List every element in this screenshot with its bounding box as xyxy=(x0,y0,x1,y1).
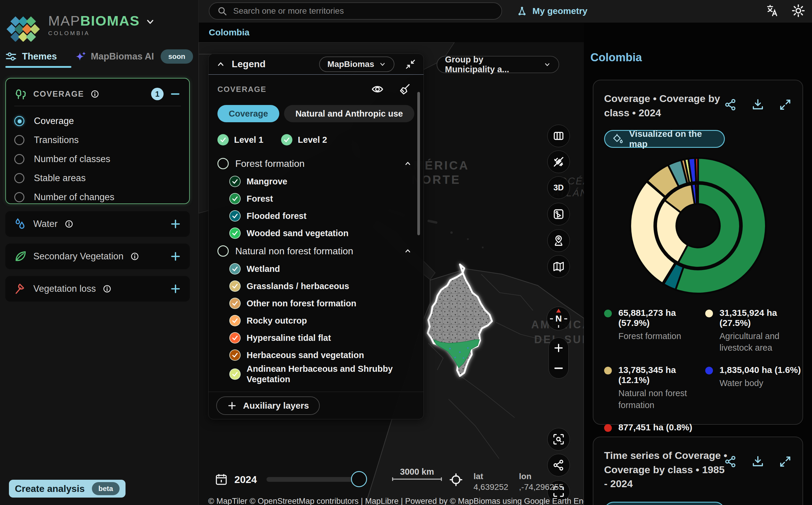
legend-item-flooded-forest[interactable]: Flooded forest xyxy=(217,207,415,224)
sidebar: MAPBIOMAS COLOMBIA Themes MapBiomas AI s… xyxy=(0,0,199,505)
info-icon[interactable] xyxy=(130,251,140,261)
chevron-down-icon[interactable] xyxy=(145,17,155,27)
coverage-option-transitions[interactable]: Transitions xyxy=(14,131,181,150)
legend-item-wooded-sand-vegetation[interactable]: Wooded sand vegetation xyxy=(217,224,415,242)
basemap-button[interactable] xyxy=(547,255,570,278)
legend-item-rocky-outcrop[interactable]: Rocky outcrop xyxy=(217,312,415,329)
chevron-up-icon[interactable] xyxy=(216,60,225,69)
info-icon[interactable] xyxy=(90,89,100,99)
paintbrush-icon[interactable] xyxy=(398,83,411,96)
translate-icon[interactable] xyxy=(766,4,779,17)
scrollbar[interactable] xyxy=(417,92,420,235)
mosaic-toggle-button[interactable] xyxy=(547,151,570,173)
compass-control[interactable]: N xyxy=(547,307,571,330)
chevron-up-icon[interactable] xyxy=(404,160,412,167)
checkbox-checked-icon[interactable] xyxy=(229,368,240,380)
zoom-out-button[interactable] xyxy=(549,359,569,377)
checkbox-checked-icon[interactable] xyxy=(229,210,240,221)
checkbox-checked-icon[interactable] xyxy=(229,281,240,292)
logo-biomas: BIOMAS xyxy=(80,13,140,28)
donut-segment-non-vegetated-area[interactable] xyxy=(695,158,698,182)
legend-item-hypersaline-tidal-flat[interactable]: Hypersaline tidal flat xyxy=(217,329,415,346)
plus-icon[interactable] xyxy=(170,283,181,295)
year-slider-handle[interactable] xyxy=(351,471,367,487)
legend-item-forest[interactable]: Forest xyxy=(217,190,415,207)
timelapse-button[interactable] xyxy=(547,203,570,225)
legend-group-natural-non-forest-formation[interactable]: Natural non forest formation xyxy=(217,242,415,260)
year-label: 2024 xyxy=(234,474,257,485)
chevron-up-icon[interactable] xyxy=(404,247,412,255)
checkbox-checked-icon[interactable] xyxy=(229,176,240,187)
zoom-in-button[interactable] xyxy=(549,339,569,357)
tab-coverage[interactable]: Coverage xyxy=(217,105,279,122)
checkbox-checked-icon[interactable] xyxy=(229,332,240,343)
legend-item-other-non-forest-formation[interactable]: Other non forest formation xyxy=(217,295,415,312)
territory-search[interactable] xyxy=(209,2,502,20)
plus-icon[interactable] xyxy=(170,250,181,262)
share-icon[interactable] xyxy=(724,98,737,111)
legend-title: Legend xyxy=(232,58,266,69)
create-analysis-button[interactable]: Create analysis beta xyxy=(9,480,126,498)
logo[interactable]: MAPBIOMAS COLOMBIA xyxy=(7,5,155,42)
checkbox-checked-icon[interactable] xyxy=(229,298,240,309)
3d-view-button[interactable]: 3D xyxy=(547,176,570,199)
layer-card-water[interactable]: Water xyxy=(5,211,190,237)
group-by-dropdown[interactable]: Group by Municipality a... xyxy=(437,56,559,73)
tab-natural-anthropic[interactable]: Natural and Anthropic use xyxy=(284,105,414,122)
legend-group-forest-formation[interactable]: Forest formation xyxy=(217,154,415,173)
layer-card-secondary-vegetation[interactable]: Secondary Vegetation xyxy=(5,243,190,269)
tab-themes[interactable]: Themes xyxy=(5,51,57,62)
coverage-option-coverage[interactable]: Coverage xyxy=(14,112,181,131)
legend-dot-icon xyxy=(604,424,612,432)
coverage-option-stable-areas[interactable]: Stable areas xyxy=(14,169,181,188)
auxiliary-layers-button[interactable]: Auxiliary layers xyxy=(216,396,320,415)
plus-icon[interactable] xyxy=(170,218,181,230)
expand-icon[interactable] xyxy=(779,98,792,111)
map-canvas[interactable]: AMÉRICA NORTE OCÉANO ATLÁNTICO AMERICA D… xyxy=(199,42,584,505)
search-input[interactable] xyxy=(232,6,494,16)
zoom-to-area-button[interactable] xyxy=(547,428,570,451)
legend-source-dropdown[interactable]: MapBiomas xyxy=(319,56,394,72)
legend-item-herbaceous-sand-vegetation[interactable]: Herbaceous sand vegetation xyxy=(217,346,415,364)
split-view-button[interactable] xyxy=(547,125,570,147)
legend-item-andinean-herbaceous-and-shrubby-vegetation[interactable]: Andinean Herbaceous and Shrubby Vegetati… xyxy=(217,364,415,384)
coverage-option-number-of-changes[interactable]: Number of changes xyxy=(14,188,181,207)
eye-icon[interactable] xyxy=(371,83,384,96)
map-attribution: © MapTiler © OpenStreetMap contributors … xyxy=(208,497,584,505)
download-icon[interactable] xyxy=(751,98,765,111)
time-series-title: Time series of Coverage • Coverage by cl… xyxy=(604,449,729,491)
info-icon[interactable] xyxy=(64,219,74,229)
my-geometry-button[interactable]: My geometry xyxy=(516,4,588,18)
legend-item-grasslands-herbaceous[interactable]: Grasslands / herbaceous xyxy=(217,278,415,295)
year-slider[interactable] xyxy=(267,477,359,482)
checkbox-checked-icon[interactable] xyxy=(229,263,240,275)
checkbox-checked-icon[interactable] xyxy=(229,227,240,239)
calendar-icon xyxy=(215,473,228,486)
checkbox-checked-icon[interactable] xyxy=(229,193,240,204)
expand-icon[interactable] xyxy=(779,455,792,468)
zoom-control xyxy=(548,338,569,379)
donut-segment-non-vegetated-area[interactable] xyxy=(696,184,698,204)
visualized-on-map-button[interactable]: Visualized on the map xyxy=(604,130,725,148)
breadcrumb[interactable]: Colombia xyxy=(209,27,250,37)
legend-item-mangrove[interactable]: Mangrove xyxy=(217,173,415,190)
share-icon[interactable] xyxy=(724,455,737,468)
download-icon[interactable] xyxy=(751,455,765,468)
tab-mapbiomas-ai[interactable]: MapBiomas AI xyxy=(75,50,154,62)
checkbox-checked-icon[interactable] xyxy=(229,349,240,361)
level-2-checkbox[interactable]: Level 2 xyxy=(281,134,327,145)
checkbox-checked-icon[interactable] xyxy=(229,315,240,326)
minus-icon[interactable] xyxy=(170,88,181,100)
locate-on-map-button[interactable] xyxy=(547,229,570,252)
group-checkbox-icon[interactable] xyxy=(217,245,229,257)
layer-card-vegetation-loss[interactable]: Vegetation loss xyxy=(5,276,190,302)
level-1-checkbox[interactable]: Level 1 xyxy=(217,134,263,145)
checkbox-checked-icon xyxy=(217,134,229,145)
legend-item-wetland[interactable]: Wetland xyxy=(217,260,415,278)
info-icon[interactable] xyxy=(102,284,112,294)
light-theme-icon[interactable] xyxy=(792,4,805,17)
visualized-on-map-button[interactable] xyxy=(604,502,725,505)
group-checkbox-icon[interactable] xyxy=(217,158,229,169)
coverage-option-number-of-classes[interactable]: Number of classes xyxy=(14,150,181,169)
collapse-panel-icon[interactable] xyxy=(405,59,416,69)
